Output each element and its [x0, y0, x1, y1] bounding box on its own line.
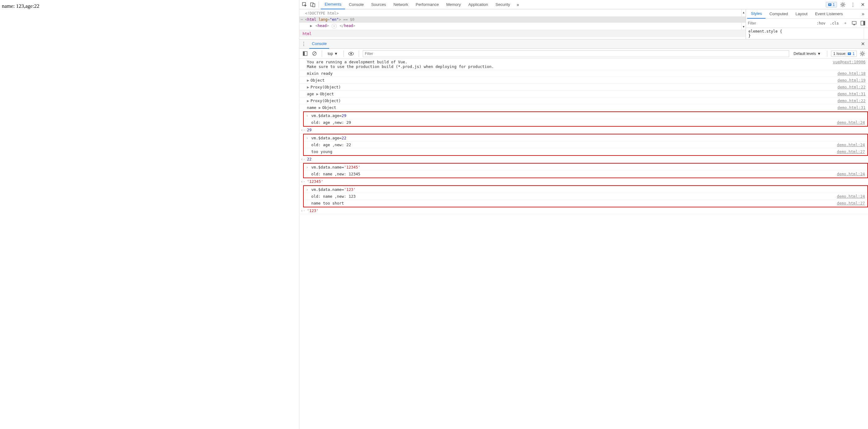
styles-more-icon[interactable]: » [859, 11, 867, 17]
log-row[interactable]: You are running a development build of V… [299, 59, 868, 70]
console-menu-icon[interactable]: ⋮ [301, 41, 306, 47]
expand-icon[interactable]: ▶ [307, 85, 309, 89]
console-input-row[interactable]: › vm.$data.name='123' [304, 186, 867, 193]
source-link[interactable]: demo.html:24 [837, 194, 865, 199]
dom-doctype[interactable]: <!DOCTYPE html> [299, 10, 746, 16]
device-mode-icon[interactable] [850, 20, 858, 27]
close-devtools-icon[interactable]: ✕ [859, 1, 867, 9]
log-row[interactable]: mixin ready demo.html:18 [299, 70, 868, 77]
log-levels-selector[interactable]: Default levels ▼ [791, 52, 823, 56]
device-toolbar-icon[interactable] [309, 1, 317, 9]
toggle-panel-icon[interactable] [859, 20, 866, 27]
source-link[interactable]: demo.html:24 [837, 120, 865, 125]
log-row[interactable]: ▶Proxy(Object) demo.html:22 [299, 84, 868, 91]
cls-toggle[interactable]: .cls [829, 21, 840, 26]
source-link[interactable]: demo.html:31 [838, 105, 866, 110]
tab-memory[interactable]: Memory [442, 0, 465, 9]
console-input-row[interactable]: › vm.$data.age=29 [304, 112, 867, 119]
log-row[interactable]: old: age ,new: 29 demo.html:24 [304, 119, 867, 126]
styles-body[interactable]: element.style { } [746, 28, 864, 39]
dom-head[interactable]: ▶ <head> ⋯ </head> [299, 23, 746, 29]
log-row[interactable]: old: age ,new: 22 demo.html:24 [304, 141, 867, 148]
console-filter-input[interactable] [363, 50, 789, 57]
console-close-icon[interactable]: ✕ [860, 41, 866, 47]
clear-console-icon[interactable] [311, 50, 318, 58]
console-return-row[interactable]: ‹· '123' [299, 207, 868, 214]
log-row[interactable]: old: name ,new: 12345 demo.html:24 [304, 171, 867, 177]
styles-tab-styles[interactable]: Styles [747, 9, 766, 19]
return-chevron-icon: ‹· [301, 179, 305, 184]
source-link[interactable]: demo.html:22 [838, 85, 866, 89]
ellipsis-icon[interactable]: ⋯ [332, 24, 337, 28]
toggle-sidebar-icon[interactable] [301, 50, 309, 58]
expand-icon[interactable]: ▶ [307, 98, 309, 103]
console-return-row[interactable]: ‹· 29 [299, 127, 868, 133]
source-link[interactable]: vue@next:10906 [833, 60, 866, 64]
tab-sources[interactable]: Sources [367, 0, 390, 9]
live-expression-icon[interactable] [347, 50, 355, 58]
console-drawer-header: ⋮ Console ✕ [299, 39, 868, 49]
dom-tree[interactable]: <!DOCTYPE html> ⋯ <html lang="en"> == $0… [299, 9, 746, 30]
source-link[interactable]: demo.html:27 [837, 149, 865, 154]
inspect-icon[interactable] [301, 1, 309, 9]
source-link[interactable]: demo.html:18 [838, 71, 866, 76]
chevron-down-icon: ▼ [817, 52, 821, 56]
dom-scrollbar[interactable]: ▲▼ [741, 9, 746, 30]
more-tabs-icon[interactable]: » [514, 1, 522, 9]
source-link[interactable]: demo.html:19 [838, 78, 866, 82]
return-chevron-icon: ‹· [301, 128, 305, 132]
dom-html-open[interactable]: ⋯ <html lang="en"> == $0 [299, 16, 746, 23]
kebab-menu-icon[interactable]: ⋮ [849, 1, 857, 9]
console-settings-icon[interactable] [859, 50, 866, 58]
scroll-down-icon[interactable]: ▼ [743, 24, 744, 30]
styles-filter-input[interactable] [748, 20, 813, 27]
log-row[interactable]: too young demo.html:27 [304, 148, 867, 155]
svg-line-35 [864, 52, 864, 53]
elements-pane: <!DOCTYPE html> ⋯ <html lang="en"> == $0… [299, 9, 746, 39]
log-row[interactable]: ▶Proxy(Object) demo.html:22 [299, 97, 868, 104]
expand-icon[interactable]: ▶ [310, 23, 313, 29]
input-chevron-icon: › [305, 136, 309, 140]
scroll-up-icon[interactable]: ▲ [743, 9, 744, 15]
new-style-rule-icon[interactable]: ＋ [842, 20, 849, 27]
styles-tab-computed[interactable]: Computed [766, 9, 792, 19]
tab-application[interactable]: Application [465, 0, 492, 9]
log-row[interactable]: age ▶Object demo.html:31 [299, 91, 868, 97]
tab-performance[interactable]: Performance [412, 0, 442, 9]
dom-breadcrumb[interactable]: html [299, 30, 746, 37]
expand-icon[interactable]: ▶ [316, 92, 319, 96]
source-link[interactable]: demo.html:24 [837, 172, 865, 176]
styles-scrollbar[interactable] [864, 28, 868, 39]
console-issues-chip[interactable]: 1 Issue: 1 [831, 51, 857, 57]
source-link[interactable]: demo.html:27 [837, 201, 865, 205]
console-drawer-tab[interactable]: Console [309, 39, 329, 49]
tab-network[interactable]: Network [390, 0, 412, 9]
log-row[interactable]: ▶Object demo.html:19 [299, 77, 868, 84]
console-input-row[interactable]: › vm.$data.age=22 [304, 135, 867, 141]
return-chevron-icon: ‹· [301, 157, 305, 161]
context-selector[interactable]: top ▼ [326, 52, 340, 56]
tab-elements[interactable]: Elements [321, 0, 345, 9]
expand-icon[interactable]: ▶ [307, 78, 309, 82]
console-return-row[interactable]: ‹· '12345' [299, 178, 868, 185]
issues-chip[interactable]: 1 [826, 2, 837, 7]
tab-console[interactable]: Console [345, 0, 367, 9]
expand-icon[interactable]: ▶ [319, 105, 321, 110]
svg-rect-20 [303, 52, 305, 56]
console-input-row[interactable]: › vm.$data.name='12345' [304, 164, 867, 171]
log-row[interactable]: name too short demo.html:27 [304, 200, 867, 206]
input-chevron-icon: › [305, 187, 309, 192]
log-row[interactable]: old: name ,new: 123 demo.html:24 [304, 193, 867, 200]
settings-icon[interactable] [839, 1, 847, 9]
styles-tab-layout[interactable]: Layout [792, 9, 811, 19]
source-link[interactable]: demo.html:31 [838, 92, 866, 96]
console-return-row[interactable]: ‹· 22 [299, 156, 868, 163]
source-link[interactable]: demo.html:22 [838, 98, 866, 103]
svg-line-22 [313, 52, 316, 55]
styles-tab-eventlisteners[interactable]: Event Listeners [811, 9, 846, 19]
source-link[interactable]: demo.html:24 [837, 142, 865, 147]
hov-toggle[interactable]: :hov [815, 21, 827, 26]
log-row[interactable]: name ▶Object demo.html:31 [299, 104, 868, 111]
console-log[interactable]: You are running a development build of V… [299, 59, 868, 429]
tab-security[interactable]: Security [492, 0, 514, 9]
